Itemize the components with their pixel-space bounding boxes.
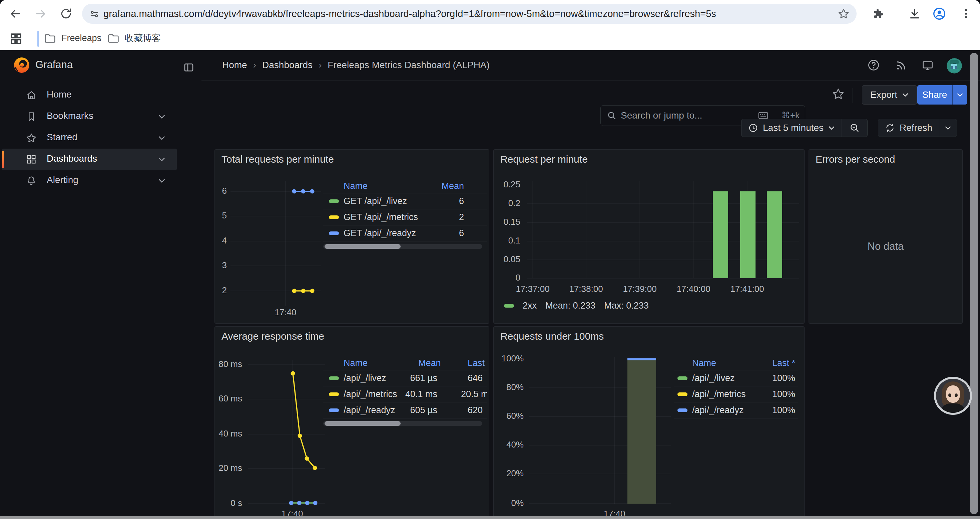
extensions-button[interactable] <box>870 6 886 22</box>
search-input[interactable] <box>620 105 748 126</box>
chevron-down-icon <box>945 126 951 130</box>
folder-icon <box>107 33 119 43</box>
legend-mean-stat: Mean: 0.233 <box>546 300 595 311</box>
sidebar-item-alerting[interactable]: Alerting <box>2 170 177 192</box>
downloads-button[interactable] <box>907 6 923 22</box>
panel-title[interactable]: Errors per second <box>816 153 895 165</box>
legend-series-name[interactable]: 2xx <box>523 300 537 311</box>
legend-mean-value: 6 <box>459 196 464 206</box>
grafana-logo[interactable] <box>13 57 30 73</box>
sidebar-item-bookmarks[interactable]: Bookmarks <box>2 106 177 127</box>
forward-button[interactable] <box>33 6 49 22</box>
legend-table: Name Last * /api/_/livez 100% /api/_/met… <box>674 355 798 418</box>
legend-table: Name Mean Last * /api/_/livez 661 µs 646… <box>323 355 487 426</box>
help-icon[interactable] <box>867 59 880 72</box>
browser-menu-button[interactable] <box>958 6 974 22</box>
legend-row[interactable]: GET /api/_/readyz 6 <box>323 225 487 241</box>
legend-row[interactable]: /api/_/livez 661 µs 646 <box>323 370 487 386</box>
sidebar-item-label: Bookmarks <box>47 110 94 121</box>
apps-button[interactable] <box>8 31 24 47</box>
legend-name-header[interactable]: Name <box>344 181 368 192</box>
chevron-down-icon <box>828 126 835 130</box>
legend-series-name: /api/_/readyz <box>692 405 744 415</box>
legend-row[interactable]: GET /api/_/metrics 2 <box>323 209 487 225</box>
selected-indicator <box>2 151 4 168</box>
bookmark-folder-freeleaps[interactable]: Freeleaps <box>44 31 102 45</box>
sidebar-item-label: Home <box>47 89 72 100</box>
breadcrumb-dashboards[interactable]: Dashboards <box>262 60 313 70</box>
browser-toolbar: grafana.mathmast.com/d/deytv4rwavabkb/fr… <box>0 0 980 27</box>
legend-last-header[interactable]: Last * <box>772 358 795 368</box>
share-menu-button[interactable] <box>952 85 967 105</box>
site-settings-icon[interactable] <box>89 9 99 19</box>
legend-mean-header[interactable]: Mean <box>441 181 464 192</box>
sidebar-item-home[interactable]: Home <box>2 85 177 106</box>
legend-scrollbar-thumb[interactable] <box>325 244 401 249</box>
chevron-down-icon[interactable] <box>158 156 165 162</box>
y-tick: 0.05 <box>494 254 520 265</box>
refresh-icon <box>885 123 895 133</box>
legend-name-header[interactable]: Name <box>692 358 716 368</box>
kebab-menu-icon <box>960 8 972 20</box>
url-text[interactable]: grafana.mathmast.com/d/deytv4rwavabkb/fr… <box>103 4 847 24</box>
legend-row[interactable]: GET /api/_/livez 6 <box>323 193 487 209</box>
legend-scrollbar-thumb[interactable] <box>325 421 401 426</box>
screen-monitor-icon[interactable] <box>921 59 934 72</box>
download-icon <box>908 7 921 20</box>
share-button[interactable]: Share <box>917 85 952 105</box>
y-tick: 40 ms <box>215 428 242 439</box>
y-tick: 60 ms <box>215 393 242 404</box>
chevron-down-icon[interactable] <box>158 178 165 184</box>
panel-toggle-icon[interactable] <box>183 61 195 73</box>
legend-last-value: 100% <box>772 389 795 399</box>
legend-row[interactable]: /api/_/readyz 100% <box>674 402 798 418</box>
share-label: Share <box>922 89 947 100</box>
refresh-button[interactable]: Refresh <box>878 119 939 137</box>
breadcrumb-home[interactable]: Home <box>222 60 247 70</box>
zoom-out-icon <box>849 123 860 133</box>
legend-scrollbar[interactable] <box>323 244 482 249</box>
legend-name-header[interactable]: Name <box>344 358 368 368</box>
legend-row[interactable]: /api/_/readyz 605 µs 620 <box>323 402 487 418</box>
bar-chart <box>494 150 804 323</box>
y-tick: 60% <box>494 411 524 421</box>
y-tick: 0.15 <box>494 217 520 227</box>
legend-row[interactable]: /api/_/metrics 40.1 ms 20.5 ms <box>323 386 487 402</box>
bookmark-folder-blogs[interactable]: 收藏博客 <box>107 31 161 45</box>
series-color-pill <box>329 216 339 219</box>
sidebar-item-label: Alerting <box>47 175 78 185</box>
chevron-down-icon[interactable] <box>158 135 165 141</box>
refresh-interval-button[interactable] <box>939 119 957 137</box>
y-tick: 0.25 <box>494 179 520 190</box>
refresh-group: Refresh <box>878 119 957 137</box>
panel-total-requests: Total requests per minute 6 5 4 3 2 17:4… <box>215 149 489 324</box>
user-avatar[interactable] <box>947 58 962 73</box>
favorite-star-icon[interactable] <box>832 88 845 100</box>
sidebar-item-starred[interactable]: Starred <box>2 127 177 149</box>
reload-button[interactable] <box>58 6 74 22</box>
bookmarks-bar: Freeleaps 收藏博客 <box>0 27 980 50</box>
legend-row[interactable]: /api/_/livez 100% <box>674 370 798 386</box>
time-range-button[interactable]: Last 5 minutes <box>741 119 842 137</box>
dashboards-grid-icon <box>26 154 37 164</box>
assistant-avatar[interactable] <box>934 377 972 415</box>
y-tick: 80% <box>494 382 524 393</box>
profile-button[interactable] <box>931 6 947 22</box>
legend-header: Name Last * <box>674 355 798 370</box>
legend-scrollbar[interactable] <box>323 421 482 426</box>
legend-last-header[interactable]: Last * <box>468 358 487 368</box>
legend-mean-header[interactable]: Mean <box>418 358 437 368</box>
bookmark-star-icon[interactable] <box>838 8 849 19</box>
news-rss-icon[interactable] <box>895 59 907 72</box>
brand-name[interactable]: Grafana <box>35 59 73 71</box>
page-scrollbar-thumb[interactable] <box>970 53 978 514</box>
assistant-avatar-image <box>936 379 970 413</box>
sidebar-item-dashboards[interactable]: Dashboards <box>2 149 177 170</box>
chevron-down-icon[interactable] <box>158 114 165 119</box>
back-button[interactable] <box>7 6 23 22</box>
y-tick: 100% <box>494 353 524 364</box>
zoom-out-button[interactable] <box>842 119 867 137</box>
legend-row[interactable]: /api/_/metrics 100% <box>674 386 798 402</box>
url-bar[interactable]: grafana.mathmast.com/d/deytv4rwavabkb/fr… <box>82 4 857 24</box>
export-button[interactable]: Export <box>862 85 917 105</box>
